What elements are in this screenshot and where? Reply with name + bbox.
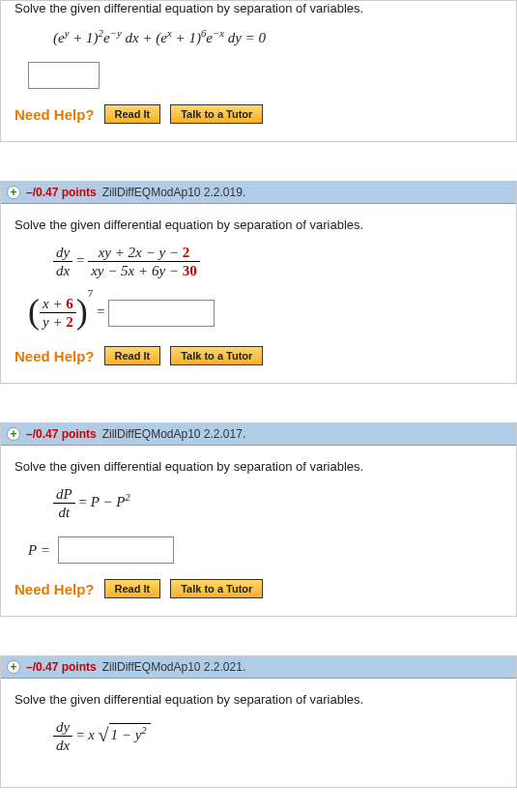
question-content: Solve the given differential equation by… bbox=[1, 204, 516, 383]
question-header: + –/0.47 points ZillDiffEQModAp10 2.2.02… bbox=[1, 656, 516, 679]
equals: = bbox=[78, 494, 90, 509]
frac-dydx: dy dx bbox=[53, 244, 72, 279]
num: dP bbox=[53, 485, 75, 504]
answer-label: P = bbox=[28, 542, 50, 559]
den: dx bbox=[53, 262, 72, 279]
frac-lhs: x + 6 y + 2 bbox=[40, 295, 76, 331]
exponent: 7 bbox=[88, 287, 93, 299]
paren-left: ( bbox=[28, 292, 40, 331]
question-content: Solve the given differential equation by… bbox=[1, 679, 516, 787]
num: dy bbox=[53, 718, 72, 737]
den: dx bbox=[53, 737, 72, 754]
question-header: + –/0.47 points ZillDiffEQModAp10 2.2.01… bbox=[1, 423, 516, 446]
read-it-button[interactable]: Read It bbox=[104, 104, 161, 124]
answer-input[interactable] bbox=[58, 536, 174, 564]
talk-tutor-button[interactable]: Talk to a Tutor bbox=[170, 346, 263, 365]
equation-2: ( x + 6 y + 2 )7 = bbox=[28, 295, 503, 331]
equals: = bbox=[76, 727, 88, 742]
expand-icon[interactable]: + bbox=[7, 427, 20, 441]
prompt: Solve the given differential equation by… bbox=[14, 1, 503, 15]
answer-row: P = bbox=[28, 536, 503, 564]
points: –/0.47 points bbox=[26, 427, 97, 441]
rhs-num: xy + 2x − y − 2 bbox=[88, 244, 200, 262]
need-help-label: Need Help? bbox=[14, 106, 95, 123]
frac-dydx: dy dx bbox=[53, 718, 72, 754]
question-4: + –/0.47 points ZillDiffEQModAp10 2.2.02… bbox=[0, 655, 517, 788]
eq-body: (ey + 1)2e−y dx + (ex + 1)6e−x dy = 0 bbox=[53, 30, 266, 45]
question-1: Solve the given differential equation by… bbox=[0, 0, 517, 142]
radical-icon: √ bbox=[99, 725, 109, 745]
prompt: Solve the given differential equation by… bbox=[14, 218, 503, 232]
need-help-label: Need Help? bbox=[14, 348, 95, 364]
question-3: + –/0.47 points ZillDiffEQModAp10 2.2.01… bbox=[0, 422, 517, 617]
talk-tutor-button[interactable]: Talk to a Tutor bbox=[170, 579, 263, 598]
equals: = bbox=[97, 304, 108, 319]
x-coef: x bbox=[88, 727, 95, 742]
equation-1: dy dx = xy + 2x − y − 2 xy − 5x + 6y − 3… bbox=[53, 244, 503, 279]
lhs-power: ( x + 6 y + 2 )7 bbox=[28, 295, 93, 331]
sqrt-body: 1 − y2 bbox=[109, 723, 151, 743]
read-it-button[interactable]: Read It bbox=[104, 346, 161, 365]
question-2: + –/0.47 points ZillDiffEQModAp10 2.2.01… bbox=[0, 181, 517, 384]
equation: dy dx = x √ 1 − y2 bbox=[53, 718, 503, 754]
question-content: Solve the given differential equation by… bbox=[1, 446, 516, 616]
reference: ZillDiffEQModAp10 2.2.019. bbox=[102, 186, 246, 199]
prompt: Solve the given differential equation by… bbox=[14, 692, 503, 707]
paren-right: ) bbox=[76, 292, 88, 331]
answer-input[interactable] bbox=[28, 62, 100, 89]
sqrt: √ 1 − y2 bbox=[99, 723, 151, 743]
lhs-num: x + 6 bbox=[40, 295, 76, 313]
need-help: Need Help? Read It Talk to a Tutor bbox=[14, 346, 503, 365]
rhs-den: xy − 5x + 6y − 30 bbox=[88, 262, 200, 279]
answer-row bbox=[28, 62, 503, 89]
rhs: P − P2 bbox=[91, 494, 130, 509]
den: dt bbox=[53, 504, 75, 521]
need-help-label: Need Help? bbox=[14, 581, 95, 597]
reference: ZillDiffEQModAp10 2.2.021. bbox=[102, 660, 246, 674]
num: dy bbox=[53, 244, 72, 262]
expand-icon[interactable]: + bbox=[7, 660, 20, 674]
reference: ZillDiffEQModAp10 2.2.017. bbox=[102, 427, 246, 441]
question-header: + –/0.47 points ZillDiffEQModAp10 2.2.01… bbox=[1, 182, 516, 204]
question-content: Solve the given differential equation by… bbox=[1, 1, 516, 141]
equals: = bbox=[76, 252, 88, 268]
lhs-den: y + 2 bbox=[40, 313, 76, 331]
frac-dpdt: dP dt bbox=[53, 485, 75, 521]
frac-rhs: xy + 2x − y − 2 xy − 5x + 6y − 30 bbox=[88, 244, 200, 279]
equation: (ey + 1)2e−y dx + (ex + 1)6e−x dy = 0 bbox=[53, 27, 503, 46]
need-help: Need Help? Read It Talk to a Tutor bbox=[14, 104, 503, 124]
equation: dP dt = P − P2 bbox=[53, 485, 503, 521]
points: –/0.47 points bbox=[26, 186, 97, 199]
need-help: Need Help? Read It Talk to a Tutor bbox=[14, 579, 503, 598]
prompt: Solve the given differential equation by… bbox=[14, 459, 503, 474]
answer-input[interactable] bbox=[108, 300, 215, 327]
read-it-button[interactable]: Read It bbox=[104, 579, 161, 598]
points: –/0.47 points bbox=[26, 660, 97, 674]
talk-tutor-button[interactable]: Talk to a Tutor bbox=[170, 104, 263, 124]
expand-icon[interactable]: + bbox=[7, 186, 20, 199]
